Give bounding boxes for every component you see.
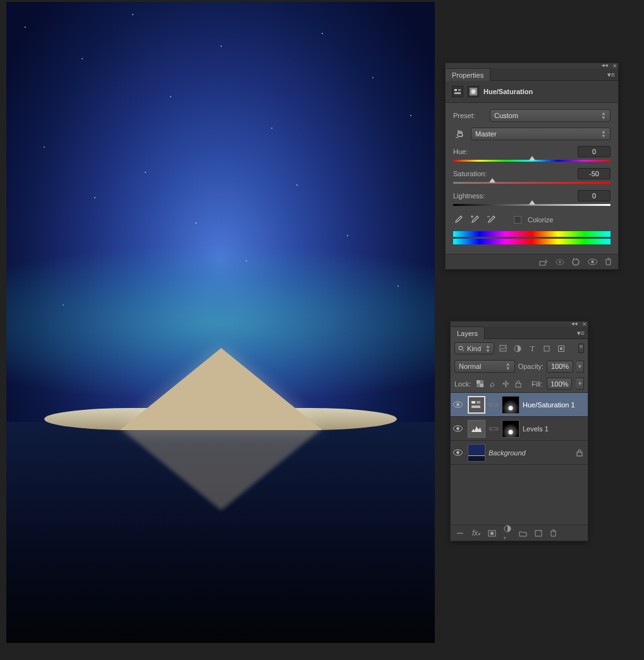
layer-fx-icon[interactable]: fx▾ [472, 529, 480, 537]
svg-rect-22 [471, 401, 475, 404]
visibility-toggle-icon[interactable] [453, 425, 465, 432]
fill-input[interactable]: 100% [547, 378, 572, 390]
properties-tab[interactable]: Properties [446, 68, 490, 81]
filter-adjustment-icon[interactable] [513, 343, 523, 354]
svg-point-7 [559, 261, 561, 263]
svg-rect-15 [560, 347, 562, 350]
mask-thumbnail[interactable] [502, 420, 519, 438]
svg-rect-19 [516, 383, 521, 387]
filter-type-icon[interactable]: T [527, 343, 538, 354]
lock-transparency-icon[interactable] [475, 380, 483, 388]
visibility-icon[interactable] [588, 258, 597, 265]
properties-panel: ◂◂ × Properties ▾≡ Hue/Saturation Preset… [445, 63, 619, 270]
search-icon [458, 345, 465, 352]
mask-icon[interactable] [468, 86, 479, 97]
chevron-updown-icon: ▲▼ [506, 362, 511, 371]
opacity-dropdown-icon[interactable]: ▼ [576, 361, 584, 373]
view-previous-icon[interactable] [556, 258, 564, 266]
lightness-slider[interactable] [453, 204, 611, 206]
lock-all-icon[interactable] [514, 380, 523, 388]
svg-rect-23 [477, 401, 480, 404]
svg-rect-24 [471, 405, 480, 408]
saturation-label: Saturation: [453, 170, 487, 177]
filter-smart-icon[interactable] [556, 343, 567, 354]
layer-name[interactable]: Background [489, 449, 573, 457]
lock-position-icon[interactable] [501, 380, 509, 388]
preset-label: Preset: [453, 112, 486, 119]
channel-select[interactable]: Master ▲▼ [471, 128, 611, 140]
collapse-icon[interactable]: ◂◂ [602, 62, 608, 68]
new-group-icon[interactable] [519, 530, 527, 537]
panel-menu-icon[interactable]: ▾≡ [577, 329, 585, 337]
chevron-updown-icon: ▲▼ [601, 111, 606, 120]
layer-name[interactable]: Levels 1 [523, 425, 585, 433]
adjustment-title: Hue/Saturation [483, 88, 533, 95]
svg-point-28 [456, 451, 459, 453]
mask-thumbnail[interactable] [502, 396, 519, 414]
visibility-toggle-icon[interactable] [453, 449, 465, 456]
svg-point-9 [591, 260, 593, 263]
reset-icon[interactable] [572, 258, 580, 266]
eyedropper-minus-icon[interactable] [486, 215, 496, 225]
blend-mode-select[interactable]: Normal ▲▼ [454, 360, 515, 373]
layer-thumbnail[interactable] [468, 396, 485, 414]
hue-input[interactable]: 0 [578, 146, 611, 157]
layer-thumbnail[interactable] [468, 420, 485, 438]
layer-row[interactable]: ⊂⊃Levels 1 [451, 417, 588, 441]
svg-point-21 [456, 403, 459, 405]
svg-point-31 [490, 531, 494, 535]
layers-tab[interactable]: Layers [451, 327, 485, 339]
add-mask-icon[interactable] [488, 530, 496, 537]
opacity-input[interactable]: 100% [547, 361, 573, 373]
svg-point-4 [471, 90, 476, 94]
lightness-label: Lightness: [453, 192, 485, 200]
targeted-adjustment-icon[interactable] [453, 127, 467, 141]
lock-icon [576, 449, 583, 457]
svg-rect-5 [540, 261, 545, 265]
adjustment-icon[interactable] [452, 86, 463, 97]
saturation-input[interactable]: -50 [578, 168, 611, 179]
svg-point-26 [456, 427, 459, 429]
new-layer-icon[interactable] [535, 529, 542, 537]
svg-rect-29 [577, 452, 582, 456]
fill-label: Fill: [532, 380, 542, 388]
document-canvas[interactable] [6, 2, 435, 643]
svg-point-10 [459, 346, 463, 350]
filter-toggle[interactable] [578, 344, 584, 353]
lock-paint-icon[interactable] [489, 380, 497, 388]
filter-shape-icon[interactable] [542, 343, 552, 354]
trash-icon[interactable] [550, 529, 557, 537]
eyedropper-icon[interactable] [453, 215, 463, 225]
chevron-updown-icon: ▲▼ [485, 344, 490, 353]
fill-dropdown-icon[interactable]: ▼ [576, 378, 584, 390]
hue-slider[interactable] [453, 160, 611, 162]
eyedropper-plus-icon[interactable] [470, 215, 480, 225]
filter-pixel-icon[interactable] [498, 343, 509, 354]
collapse-icon[interactable]: ◂◂ [571, 320, 578, 327]
colorize-checkbox[interactable] [514, 216, 521, 224]
layer-filter-kind-select[interactable]: Kind ▲▼ [454, 342, 494, 354]
panel-menu-icon[interactable]: ▾≡ [607, 71, 615, 79]
lightness-input[interactable]: 0 [578, 190, 611, 201]
clip-to-layer-icon[interactable] [539, 258, 548, 266]
svg-rect-17 [477, 380, 480, 384]
adjustment-layer-icon[interactable]: ▾ [504, 525, 511, 541]
hue-label: Hue: [453, 148, 468, 155]
svg-rect-1 [458, 89, 461, 91]
layer-name[interactable]: Hue/Saturation 1 [523, 401, 585, 409]
layer-row[interactable]: ⊂⊃Hue/Saturation 1 [451, 393, 588, 417]
link-layers-icon[interactable] [456, 530, 465, 536]
layer-thumbnail[interactable] [468, 444, 485, 462]
link-icon[interactable]: ⊂⊃ [489, 401, 499, 408]
layers-panel: ◂◂ × Layers ▾≡ Kind ▲▼ T Normal ▲▼ Opaci… [450, 321, 588, 541]
trash-icon[interactable] [605, 258, 612, 266]
svg-rect-33 [535, 531, 542, 536]
link-icon[interactable]: ⊂⊃ [489, 425, 499, 432]
layer-row[interactable]: Background [451, 441, 588, 465]
svg-rect-13 [544, 346, 549, 351]
opacity-label: Opacity: [518, 363, 544, 370]
preset-select[interactable]: Custom ▲▼ [490, 109, 611, 122]
saturation-slider[interactable] [453, 182, 611, 184]
svg-rect-2 [454, 92, 461, 94]
visibility-toggle-icon[interactable] [453, 401, 465, 408]
